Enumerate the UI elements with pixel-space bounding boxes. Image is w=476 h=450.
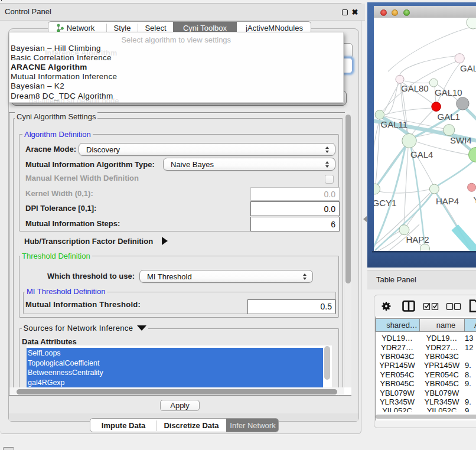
svg-text:GAL1: GAL1 bbox=[438, 112, 460, 122]
svg-text:HAP4: HAP4 bbox=[436, 196, 459, 206]
svg-text:HAP2: HAP2 bbox=[406, 234, 429, 244]
svg-text:GAL80: GAL80 bbox=[401, 83, 429, 93]
svg-text:GAL8: GAL8 bbox=[460, 63, 476, 73]
svg-text:SWI4: SWI4 bbox=[450, 135, 472, 145]
svg-text:Y: Y bbox=[474, 195, 476, 205]
svg-text:GAL4: GAL4 bbox=[410, 149, 433, 159]
svg-text:GAL10: GAL10 bbox=[435, 87, 462, 97]
svg-text:GAL11: GAL11 bbox=[381, 119, 408, 129]
svg-text:GCY1: GCY1 bbox=[374, 198, 396, 208]
